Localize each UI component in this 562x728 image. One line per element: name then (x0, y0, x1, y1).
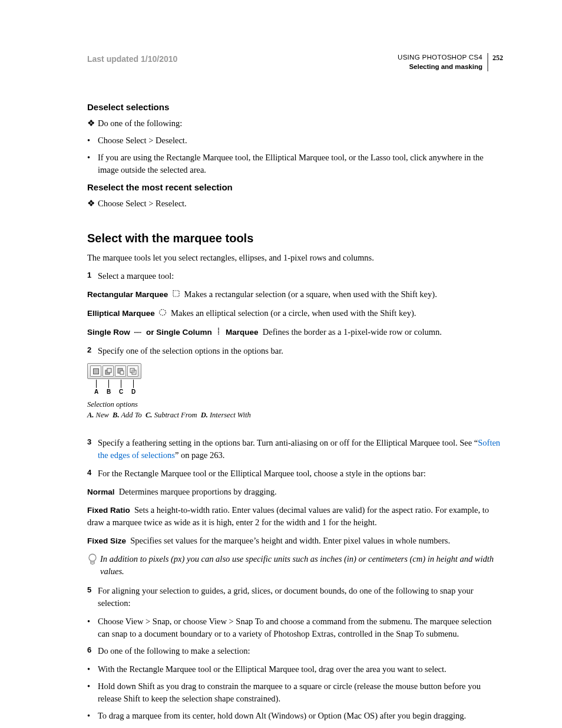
lightbulb-icon (87, 553, 100, 578)
page-header: Last updated 1/10/2010 USING PHOTOSHOP C… (87, 53, 503, 71)
normal-desc: Determines marquee proportions by draggi… (119, 487, 277, 496)
last-updated: Last updated 1/10/2010 (87, 53, 177, 65)
tool-ellip-desc: Makes an elliptical selection (or a circ… (171, 308, 416, 318)
reselect-lead: Choose Select > Reselect. (98, 197, 503, 210)
key-d: Intersect With (210, 411, 251, 419)
bullet-dot-icon: • (87, 663, 98, 676)
subtract-from-selection-icon (115, 365, 126, 377)
figure-key: A. New B. Add To C. Subtract From D. Int… (87, 410, 503, 420)
step5-sublist: • Choose View > Snap, or choose View > S… (87, 615, 503, 640)
step-number: 4 (87, 467, 98, 480)
term-normal: Normal (87, 487, 115, 496)
svg-rect-4 (93, 368, 98, 374)
list-item: Hold down Shift as you drag to constrain… (98, 680, 503, 705)
selection-options-figure: A B C D Selection options A. New B. Add … (87, 363, 503, 420)
term-singlecol: or Single Column (146, 328, 212, 337)
bullet-diamond-icon: ❖ (87, 197, 98, 210)
svg-point-12 (89, 554, 96, 561)
bullet-dot-icon: • (87, 134, 98, 147)
rect-marquee-icon (172, 289, 180, 301)
single-row-icon (134, 327, 142, 339)
tip: In addition to pixels (px) you can also … (87, 553, 503, 578)
header-right: USING PHOTOSHOP CS4 Selecting and maskin… (398, 53, 488, 71)
label-d: D (131, 388, 135, 397)
step-text: For aligning your selection to guides, a… (98, 585, 503, 610)
step-text: Specify one of the selection options in … (98, 345, 503, 357)
bullet-dot-icon: • (87, 151, 98, 176)
reselect-list: ❖ Choose Select > Reselect. (87, 197, 503, 210)
label-c: C (119, 388, 123, 397)
tool-rowcol-desc: Defines the border as a 1-pixel-wide row… (263, 327, 442, 337)
tool-rowcol: Single Row or Single Column Marquee Defi… (87, 326, 503, 339)
marquee-step2: 2 Specify one of the selection options i… (87, 345, 503, 357)
list-item: Choose View > Snap, or choose View > Sna… (98, 615, 503, 640)
step-text: Do one of the following to make a select… (98, 645, 503, 657)
size-desc: Specifies set values for the marquee’s h… (130, 536, 450, 545)
tool-ellip: Elliptical Marquee Makes an elliptical s… (87, 307, 503, 320)
selection-options-toolbar (87, 363, 141, 379)
step-number: 6 (87, 645, 98, 657)
svg-rect-8 (120, 371, 124, 374)
label-b: B (107, 388, 111, 397)
tip-text: In addition to pixels (px) you can also … (100, 553, 503, 578)
ellip-marquee-icon (158, 308, 167, 320)
bullet-dot-icon: • (87, 615, 98, 640)
deselect-lead: Do one of the following: (98, 117, 503, 130)
figure-labels: A B C D (90, 380, 503, 397)
step-text: Select a marquee tool: (98, 270, 503, 282)
page-number: 252 (488, 53, 503, 63)
step3-text-a: Specify a feathering setting in the opti… (98, 438, 478, 447)
svg-rect-11 (132, 370, 134, 373)
bullet-diamond-icon: ❖ (87, 117, 98, 130)
step6-sublist: • With the Rectangle Marquee tool or the… (87, 663, 503, 722)
svg-rect-6 (107, 368, 111, 373)
intersect-selection-icon (127, 365, 138, 377)
list-item: Choose Select > Deselect. (98, 134, 503, 147)
marquee-step6: 6 Do one of the following to make a sele… (87, 645, 503, 657)
figure-caption: Selection options (87, 399, 503, 410)
heading-deselect: Deselect selections (87, 101, 503, 114)
marquee-intro: The marquee tools let you select rectang… (87, 252, 503, 264)
style-ratio: Fixed Ratio Sets a height-to-width ratio… (87, 504, 503, 529)
term-ellip: Elliptical Marquee (87, 309, 155, 318)
term-ratio: Fixed Ratio (87, 506, 130, 515)
label-a: A (94, 388, 98, 397)
term-singlerow: Single Row (87, 328, 130, 337)
key-a: New (96, 411, 109, 419)
style-size: Fixed Size Specifies set values for the … (87, 535, 503, 547)
list-item: If you are using the Rectangle Marquee t… (98, 151, 503, 176)
list-item: To drag a marquee from its center, hold … (98, 710, 503, 722)
add-to-selection-icon (103, 365, 114, 377)
marquee-step3: 3 Specify a feathering setting in the op… (87, 437, 503, 480)
step-number: 3 (87, 437, 98, 462)
svg-rect-0 (173, 291, 179, 297)
ratio-desc: Sets a height-to-width ratio. Enter valu… (87, 505, 489, 527)
key-c: Subtract From (154, 411, 197, 419)
marquee-step1: 1 Select a marquee tool: (87, 270, 503, 282)
tool-rect-desc: Makes a rectangular selection (or a squa… (184, 289, 437, 299)
product-name: USING PHOTOSHOP CS4 (398, 53, 482, 62)
step-text: Specify a feathering setting in the opti… (98, 437, 503, 462)
term-marquee: Marquee (226, 328, 259, 337)
term-rect: Rectangular Marquee (87, 290, 168, 299)
key-b: Add To (121, 411, 141, 419)
term-size: Fixed Size (87, 536, 126, 545)
bullet-dot-icon: • (87, 680, 98, 705)
step-number: 5 (87, 585, 98, 610)
bullet-dot-icon: • (87, 710, 98, 722)
heading-marquee: Select with the marquee tools (87, 230, 503, 247)
style-normal: Normal Determines marquee proportions by… (87, 486, 503, 498)
single-col-icon (216, 327, 222, 339)
step-number: 1 (87, 270, 98, 282)
chapter-title: Selecting and masking (398, 62, 482, 72)
new-selection-icon (90, 365, 101, 377)
list-item: With the Rectangle Marquee tool or the E… (98, 663, 503, 676)
step3-text-b: ” on page 263. (175, 450, 225, 460)
deselect-list: ❖ Do one of the following: • Choose Sele… (87, 117, 503, 176)
svg-point-1 (160, 309, 166, 315)
marquee-step5: 5 For aligning your selection to guides,… (87, 585, 503, 610)
step-text: For the Rectangle Marquee tool or the El… (98, 467, 503, 480)
step-number: 2 (87, 345, 98, 357)
heading-reselect: Reselect the most recent selection (87, 181, 503, 194)
tool-rect: Rectangular Marquee Makes a rectangular … (87, 288, 503, 301)
